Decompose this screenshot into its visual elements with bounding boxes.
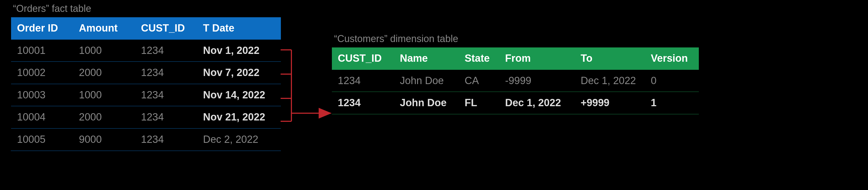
- cell-cust_id: 1234: [135, 128, 197, 151]
- cell-cust_id: 1234: [135, 106, 197, 128]
- customers-table: CUST_ID Name State From To Version 1234J…: [332, 47, 699, 114]
- orders-caption: “Orders” fact table: [13, 2, 281, 15]
- orders-table-wrap: “Orders” fact table Order ID Amount CUST…: [11, 2, 281, 151]
- cell-amount: 1000: [73, 39, 135, 62]
- customers-caption: “Customers” dimension table: [334, 32, 699, 45]
- cell-order_id: 10005: [11, 128, 73, 151]
- table-row: 1000220001234Nov 7, 2022: [11, 62, 281, 84]
- cell-amount: 2000: [73, 62, 135, 84]
- customers-col-1: Name: [394, 47, 459, 70]
- cell-to: Dec 1, 2022: [575, 70, 645, 92]
- cell-to: +9999: [575, 92, 645, 114]
- cell-from: Dec 1, 2022: [499, 92, 575, 114]
- customers-header-row: CUST_ID Name State From To Version: [332, 47, 699, 70]
- cell-name: John Doe: [394, 70, 459, 92]
- orders-header-row: Order ID Amount CUST_ID T Date: [11, 17, 281, 39]
- table-row: 1000110001234Nov 1, 2022: [11, 39, 281, 62]
- orders-col-0: Order ID: [11, 17, 73, 39]
- customers-col-3: From: [499, 47, 575, 70]
- cell-cust_id: 1234: [332, 70, 394, 92]
- cell-name: John Doe: [394, 92, 459, 114]
- table-row: 1000420001234Nov 21, 2022: [11, 106, 281, 128]
- cell-cust_id: 1234: [135, 84, 197, 106]
- cell-order_id: 10004: [11, 106, 73, 128]
- table-row: 1234John DoeFLDec 1, 2022+99991: [332, 92, 699, 114]
- customers-table-wrap: “Customers” dimension table CUST_ID Name…: [332, 32, 699, 114]
- cell-state: FL: [459, 92, 499, 114]
- customers-col-4: To: [575, 47, 645, 70]
- cell-amount: 1000: [73, 84, 135, 106]
- cell-cust_id: 1234: [332, 92, 394, 114]
- cell-amount: 2000: [73, 106, 135, 128]
- cell-from: -9999: [499, 70, 575, 92]
- customers-col-2: State: [459, 47, 499, 70]
- orders-table: Order ID Amount CUST_ID T Date 100011000…: [11, 17, 281, 151]
- cell-order_id: 10002: [11, 62, 73, 84]
- table-row: 1000310001234Nov 14, 2022: [11, 84, 281, 106]
- cell-version: 0: [645, 70, 699, 92]
- cell-version: 1: [645, 92, 699, 114]
- cell-order_id: 10001: [11, 39, 73, 62]
- customers-col-5: Version: [645, 47, 699, 70]
- orders-col-3: T Date: [197, 17, 281, 39]
- cell-t_date: Nov 21, 2022: [197, 106, 281, 128]
- cell-t_date: Nov 14, 2022: [197, 84, 281, 106]
- cell-t_date: Nov 7, 2022: [197, 62, 281, 84]
- cell-state: CA: [459, 70, 499, 92]
- cell-cust_id: 1234: [135, 62, 197, 84]
- cell-t_date: Dec 2, 2022: [197, 128, 281, 151]
- table-row: 1234John DoeCA-9999Dec 1, 20220: [332, 70, 699, 92]
- orders-col-2: CUST_ID: [135, 17, 197, 39]
- table-row: 1000590001234Dec 2, 2022: [11, 128, 281, 151]
- cell-amount: 9000: [73, 128, 135, 151]
- cell-t_date: Nov 1, 2022: [197, 39, 281, 62]
- relation-arrow: [281, 44, 335, 158]
- orders-col-1: Amount: [73, 17, 135, 39]
- cell-order_id: 10003: [11, 84, 73, 106]
- cell-cust_id: 1234: [135, 39, 197, 62]
- customers-col-0: CUST_ID: [332, 47, 394, 70]
